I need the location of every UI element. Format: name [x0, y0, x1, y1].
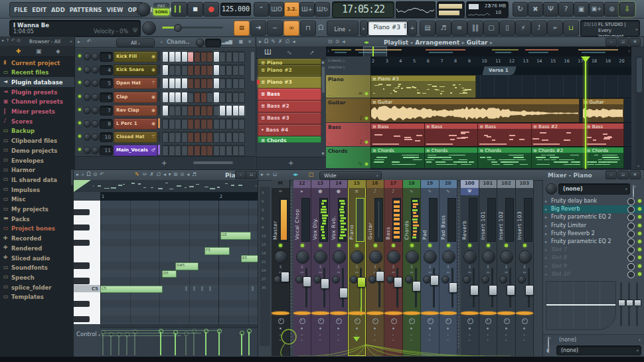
strip-updown-icon[interactable]: ⇕ [446, 265, 451, 269]
mixer-strip[interactable]: 19∿Pad⇕⇔⌃⌃ [421, 180, 440, 356]
strip-number-header[interactable]: 15 [348, 180, 366, 188]
playlist-crumb[interactable]: Guitar [467, 39, 488, 46]
track-mute-led[interactable] [365, 163, 368, 165]
fx-out-slot[interactable]: (none) ▸ [556, 345, 641, 355]
step-cell[interactable] [201, 132, 207, 143]
browser-item[interactable]: ▭Backup [0, 126, 74, 136]
strip-arrow-up[interactable]: ⌃ [390, 334, 396, 338]
step-cell[interactable] [213, 51, 220, 62]
step-cell[interactable] [181, 132, 188, 143]
strip-main-knob[interactable] [333, 250, 346, 264]
channel-enable-led[interactable] [78, 148, 81, 151]
piano-key-black[interactable] [74, 240, 90, 246]
step-cell[interactable] [181, 92, 188, 103]
piano-key-black[interactable] [74, 262, 90, 269]
strip-lamp-icon[interactable] [366, 312, 384, 315]
strip-lamp-icon[interactable] [272, 312, 289, 315]
step-cell[interactable] [162, 51, 169, 62]
playlist-scroll-down-icon[interactable]: ▿ [637, 163, 639, 168]
strip-mute-led[interactable] [523, 244, 526, 247]
channel-button[interactable]: Closed Hat⊤ [114, 132, 157, 143]
fx-slot-mix-knob[interactable] [627, 223, 635, 230]
channel-volume-knob[interactable] [92, 66, 99, 74]
strip-fader-cap[interactable] [449, 282, 457, 293]
browser-item[interactable]: ✚Recorded [0, 234, 74, 244]
track-lane[interactable]: ≡ Guitar≡ Guitar [370, 98, 631, 123]
step-cell[interactable] [201, 92, 207, 103]
strip-arrow-up2[interactable]: ⌃ [427, 339, 432, 343]
playlist-clip[interactable]: ≡ Bass #2 [531, 123, 586, 147]
playlist-clip[interactable]: ≡ Guitar [370, 98, 580, 123]
step-cell[interactable] [169, 64, 175, 76]
strip-number-header[interactable]: 100 [461, 180, 479, 188]
strip-leftright-icon[interactable]: ⇔ [467, 270, 472, 274]
track-options-dots[interactable]: ... [328, 162, 332, 167]
fx-slot-enable-led[interactable] [638, 215, 641, 219]
piano-roll-view-button[interactable]: ♬ [436, 21, 451, 36]
strip-updown-icon[interactable]: ⇕ [300, 265, 305, 269]
strip-lamp-icon[interactable] [311, 312, 329, 315]
strip-lamp-icon[interactable] [330, 312, 348, 315]
auto-scroll-button[interactable]: ✖ [528, 2, 543, 17]
step-cell[interactable] [206, 64, 213, 76]
pr-preview-right-arrow[interactable]: › [255, 183, 257, 189]
strip-fader-cap[interactable] [412, 281, 421, 292]
browser-item[interactable]: ‖Mixer presets [0, 107, 74, 117]
playlist-clip[interactable]: ≡ Chords [424, 147, 479, 169]
playlist-clip[interactable]: ≡ Chords [477, 147, 532, 169]
playlist-vscroll-handle[interactable] [637, 58, 642, 92]
step-cell[interactable] [187, 51, 194, 62]
playhead-marker[interactable] [581, 56, 590, 62]
strip-number-header[interactable]: 102 [497, 180, 515, 188]
channel-volume-knob[interactable] [92, 147, 99, 154]
strip-lamp-icon[interactable] [479, 312, 497, 315]
step-cell[interactable] [187, 64, 194, 76]
step-cell[interactable] [238, 92, 245, 103]
playlist-clip[interactable]: ≡ Bass [477, 123, 532, 147]
step-cell[interactable] [194, 118, 201, 130]
browser-item[interactable]: ▭My projects [0, 205, 74, 215]
step-cell[interactable] [194, 145, 201, 156]
mixer-strip[interactable]: 102Insert 102⇕⇔⌃⌃ [497, 180, 516, 356]
step-cell[interactable] [175, 132, 181, 143]
step-cell[interactable] [213, 64, 220, 76]
time-display[interactable]: 17:05:22 [332, 1, 394, 18]
step-cell[interactable] [175, 105, 181, 116]
shuffle-slider-thumb[interactable] [174, 24, 182, 32]
step-cell[interactable] [201, 105, 207, 116]
strip-clock-icon[interactable] [445, 318, 451, 324]
fx-slot-enable-led[interactable] [638, 256, 641, 259]
browser-item[interactable]: ▭Impulses [0, 185, 74, 195]
note[interactable]: D#5 [175, 262, 199, 270]
track-options-dots[interactable]: ... [328, 140, 332, 145]
strip-clock-icon[interactable] [391, 318, 397, 324]
step-cell[interactable] [238, 105, 245, 116]
channel-number-box[interactable]: 4 [100, 65, 113, 75]
step-cell[interactable] [206, 118, 213, 130]
strip-pan-knob[interactable] [518, 276, 526, 284]
strip-main-knob[interactable] [442, 250, 455, 264]
strip-number-header[interactable]: M [272, 180, 289, 188]
track-lane[interactable]: ≡ Chords≡ Chords≡ Chords≡ Chords #2≡ Cho… [370, 147, 631, 169]
step-cell[interactable] [206, 51, 213, 62]
strip-updown-icon[interactable]: ⇕ [486, 265, 491, 269]
strip-arrow-up2[interactable]: ⌃ [445, 339, 451, 343]
step-cell[interactable] [213, 118, 220, 130]
picker-scroll-down[interactable]: ▼ [321, 151, 325, 157]
strip-leftright-icon[interactable]: ⇔ [486, 270, 491, 274]
pattern-item[interactable]: ≡ Bass #2 [258, 100, 321, 112]
step-cell[interactable] [219, 51, 226, 62]
step-edit-button[interactable]: ⊞ [234, 21, 250, 36]
playlist-clip[interactable]: ≡ Chords [370, 147, 425, 169]
step-cell[interactable] [169, 105, 175, 116]
step-cell[interactable] [162, 105, 169, 116]
browser-tab-plugins-icon[interactable]: ◈ [56, 48, 60, 54]
strip-number-header[interactable]: 20 [440, 180, 457, 188]
step-cell[interactable] [194, 64, 201, 76]
channel-volume-knob[interactable] [92, 53, 99, 60]
pl-tool-icons[interactable]: ▸Ω✎✗∅◂ [259, 39, 298, 45]
velocity-stem[interactable] [110, 335, 112, 355]
piano-key-black[interactable] [74, 316, 90, 323]
step-cell[interactable] [181, 118, 188, 130]
metronome-button[interactable]: ⌃ [254, 2, 269, 17]
